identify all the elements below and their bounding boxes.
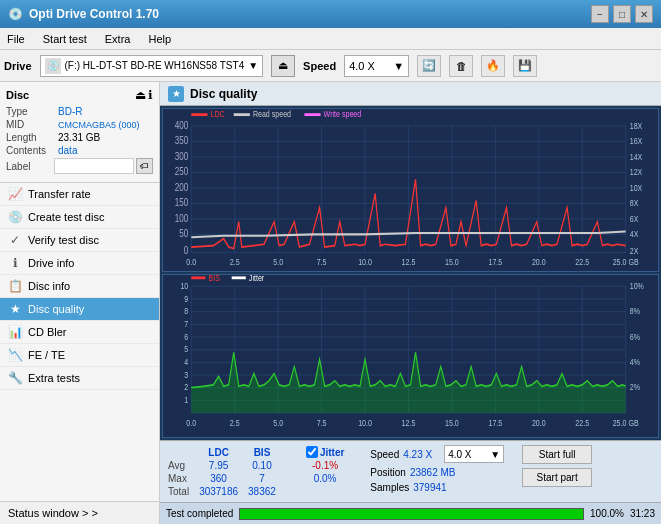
chart-area: 400 350 300 250 200 150 100 50 0 18X 16X…	[160, 106, 661, 440]
sidebar-item-transfer-rate[interactable]: 📈 Transfer rate	[0, 183, 159, 206]
close-button[interactable]: ✕	[635, 5, 653, 23]
svg-text:300: 300	[175, 149, 189, 162]
svg-text:8: 8	[184, 305, 188, 316]
stats-panel: LDC BIS Jitter Avg 7.95 0.10 -0.1%	[160, 440, 661, 502]
contents-value: data	[58, 145, 77, 156]
toolbar-burn-button[interactable]: 🔥	[481, 55, 505, 77]
toolbar-erase-button[interactable]: 🗑	[449, 55, 473, 77]
svg-text:12.5: 12.5	[402, 417, 416, 428]
nav-disc-quality-label: Disc quality	[28, 303, 84, 315]
eject-button[interactable]: ⏏	[271, 55, 295, 77]
svg-text:5: 5	[184, 343, 188, 354]
disc-label-input[interactable]	[54, 158, 134, 174]
svg-text:20.0: 20.0	[532, 417, 546, 428]
jitter-checkbox[interactable]	[306, 446, 318, 458]
app-icon: 💿	[8, 7, 23, 21]
svg-text:4%: 4%	[630, 356, 641, 367]
position-label: Position	[370, 467, 406, 478]
svg-text:5.0: 5.0	[273, 417, 283, 428]
disc-eject-icon[interactable]: ⏏	[135, 88, 146, 102]
sidebar-item-fe-te[interactable]: 📉 FE / TE	[0, 344, 159, 367]
menu-help[interactable]: Help	[145, 32, 174, 46]
svg-text:50: 50	[179, 227, 188, 240]
svg-text:2%: 2%	[630, 381, 641, 392]
minimize-button[interactable]: −	[591, 5, 609, 23]
extra-tests-icon: 🔧	[8, 371, 22, 385]
top-chart-svg: 400 350 300 250 200 150 100 50 0 18X 16X…	[163, 109, 658, 271]
disc-icons: ⏏ ℹ	[135, 88, 153, 102]
svg-rect-107	[232, 276, 246, 279]
svg-text:5.0: 5.0	[273, 256, 283, 267]
toolbar-save-button[interactable]: 💾	[513, 55, 537, 77]
content-area: ★ Disc quality	[160, 82, 661, 524]
svg-text:18X: 18X	[630, 120, 643, 131]
drive-icon: 💿	[45, 58, 61, 74]
toolbar: Drive 💿 (F:) HL-DT-ST BD-RE WH16NS58 TST…	[0, 50, 661, 82]
disc-type-row: Type BD-R	[6, 106, 153, 117]
mid-label: MID	[6, 119, 58, 130]
maximize-button[interactable]: □	[613, 5, 631, 23]
disc-quality-header-icon: ★	[168, 86, 184, 102]
disc-info-icon[interactable]: ℹ	[148, 88, 153, 102]
progress-time: 31:23	[630, 508, 655, 519]
speed-label: Speed	[303, 60, 336, 72]
svg-text:7.5: 7.5	[317, 256, 327, 267]
svg-text:0.0: 0.0	[186, 417, 196, 428]
create-test-disc-icon: 💿	[8, 210, 22, 224]
svg-text:0: 0	[184, 244, 189, 257]
menu-file[interactable]: File	[4, 32, 28, 46]
drive-value: (F:) HL-DT-ST BD-RE WH16NS58 TST4	[65, 60, 245, 71]
progress-bar	[239, 508, 584, 520]
menu-start-test[interactable]: Start test	[40, 32, 90, 46]
svg-text:16X: 16X	[630, 135, 643, 146]
svg-text:20.0: 20.0	[532, 256, 546, 267]
svg-text:22.5: 22.5	[575, 256, 589, 267]
main-area: Disc ⏏ ℹ Type BD-R MID CMCMAGBA5 (000) L…	[0, 82, 661, 524]
svg-text:400: 400	[175, 118, 189, 131]
sidebar-item-extra-tests[interactable]: 🔧 Extra tests	[0, 367, 159, 390]
svg-text:6%: 6%	[630, 331, 641, 342]
svg-text:2.5: 2.5	[230, 256, 240, 267]
progress-percent: 100.0%	[590, 508, 624, 519]
total-ldc: 3037186	[197, 485, 246, 498]
svg-text:14X: 14X	[630, 151, 643, 162]
nav-verify-test-disc-label: Verify test disc	[28, 234, 99, 246]
menu-extra[interactable]: Extra	[102, 32, 134, 46]
sidebar-item-create-test-disc[interactable]: 💿 Create test disc	[0, 206, 159, 229]
speed-selector[interactable]: 4.0 X ▼	[344, 55, 409, 77]
jitter-header: Jitter	[320, 447, 344, 458]
svg-text:Jitter: Jitter	[249, 275, 264, 283]
svg-rect-0	[163, 109, 658, 271]
sidebar-item-disc-info[interactable]: 📋 Disc info	[0, 275, 159, 298]
avg-bis: 0.10	[246, 459, 284, 472]
svg-text:25.0 GB: 25.0 GB	[613, 256, 639, 267]
progress-area: Test completed 100.0% 31:23	[160, 502, 661, 524]
sidebar-item-drive-info[interactable]: ℹ Drive info	[0, 252, 159, 275]
samples-value: 379941	[413, 482, 446, 493]
speed-stat-selector[interactable]: 4.0 X ▼	[444, 445, 504, 463]
start-part-button[interactable]: Start part	[522, 468, 592, 487]
svg-text:10%: 10%	[630, 280, 644, 291]
sidebar-item-verify-test-disc[interactable]: ✓ Verify test disc	[0, 229, 159, 252]
svg-text:Read speed: Read speed	[253, 109, 291, 120]
disc-section-title: Disc	[6, 89, 29, 101]
status-window-button[interactable]: Status window > >	[0, 501, 159, 524]
start-full-button[interactable]: Start full	[522, 445, 592, 464]
samples-row: Samples 379941	[370, 482, 504, 493]
disc-length-row: Length 23.31 GB	[6, 132, 153, 143]
svg-text:6X: 6X	[630, 213, 639, 224]
nav-drive-info-label: Drive info	[28, 257, 74, 269]
toolbar-refresh-button[interactable]: 🔄	[417, 55, 441, 77]
drive-label: Drive	[4, 60, 32, 72]
drive-selector[interactable]: 💿 (F:) HL-DT-ST BD-RE WH16NS58 TST4 ▼	[40, 55, 264, 77]
sidebar-item-cd-bler[interactable]: 📊 CD Bler	[0, 321, 159, 344]
verify-test-disc-icon: ✓	[8, 233, 22, 247]
svg-text:10X: 10X	[630, 182, 643, 193]
length-value: 23.31 GB	[58, 132, 100, 143]
bottom-chart-svg: 10 9 8 7 6 5 4 3 2 1 10% 8% 6% 4% 2%	[163, 275, 658, 437]
svg-text:8X: 8X	[630, 197, 639, 208]
svg-text:200: 200	[175, 180, 189, 193]
sidebar-item-disc-quality[interactable]: ★ Disc quality	[0, 298, 159, 321]
disc-label-button[interactable]: 🏷	[136, 158, 153, 174]
svg-text:1: 1	[184, 394, 188, 405]
